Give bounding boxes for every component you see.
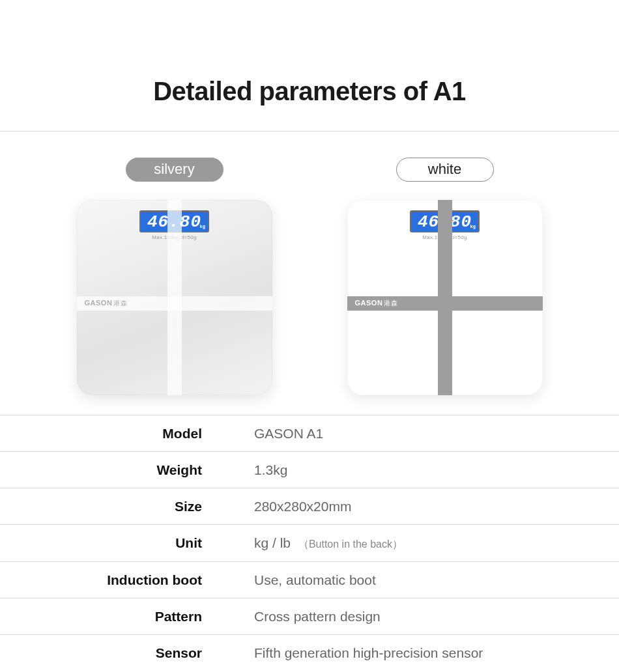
spec-value: GASON A1 — [254, 415, 619, 451]
table-row: SensorFifth generation high-precision se… — [0, 634, 619, 671]
product-image-white: 46.80 Max.180kg d=50g GASON港森 — [347, 200, 543, 395]
table-row: Weight1.3kg — [0, 451, 619, 488]
spec-value: Fifth generation high-precision sensor — [254, 634, 619, 671]
spec-key: Induction boot — [0, 561, 254, 598]
variant-white: white 46.80 Max.180kg d=50g GASON港森 — [329, 158, 560, 395]
brand-label: GASON港森 — [85, 299, 128, 308]
spec-value: 280x280x20mm — [254, 488, 619, 524]
cross-horizontal: GASON港森 — [347, 296, 543, 311]
variant-row: silvery 46.80 Max.180kg d=50g GASON港森 wh… — [0, 132, 619, 415]
spec-value: Use, automatic boot — [254, 561, 619, 598]
product-image-silvery: 46.80 Max.180kg d=50g GASON港森 — [77, 200, 272, 395]
spec-key: Size — [0, 488, 254, 524]
table-row: ModelGASON A1 — [0, 415, 619, 451]
spec-note: （Button in the back） — [298, 539, 403, 550]
table-row: Size280x280x20mm — [0, 488, 619, 524]
table-row: PatternCross pattern design — [0, 598, 619, 634]
variant-label-silvery: silvery — [126, 158, 223, 182]
spec-value: kg / lb （Button in the back） — [254, 524, 619, 561]
table-row: Unitkg / lb （Button in the back） — [0, 524, 619, 561]
spec-value: 1.3kg — [254, 451, 619, 488]
spec-key: Sensor — [0, 634, 254, 671]
table-row: Induction bootUse, automatic boot — [0, 561, 619, 598]
spec-table: ModelGASON A1Weight1.3kgSize280x280x20mm… — [0, 415, 619, 671]
spec-value: Cross pattern design — [254, 598, 619, 634]
spec-key: Unit — [0, 524, 254, 561]
variant-label-white: white — [396, 158, 494, 182]
spec-key: Weight — [0, 451, 254, 488]
page-title: Detailed parameters of A1 — [0, 0, 619, 131]
spec-key: Model — [0, 415, 254, 451]
cross-horizontal: GASON港森 — [77, 296, 272, 311]
spec-key: Pattern — [0, 598, 254, 634]
variant-silvery: silvery 46.80 Max.180kg d=50g GASON港森 — [59, 158, 290, 395]
brand-label: GASON港森 — [355, 299, 398, 308]
